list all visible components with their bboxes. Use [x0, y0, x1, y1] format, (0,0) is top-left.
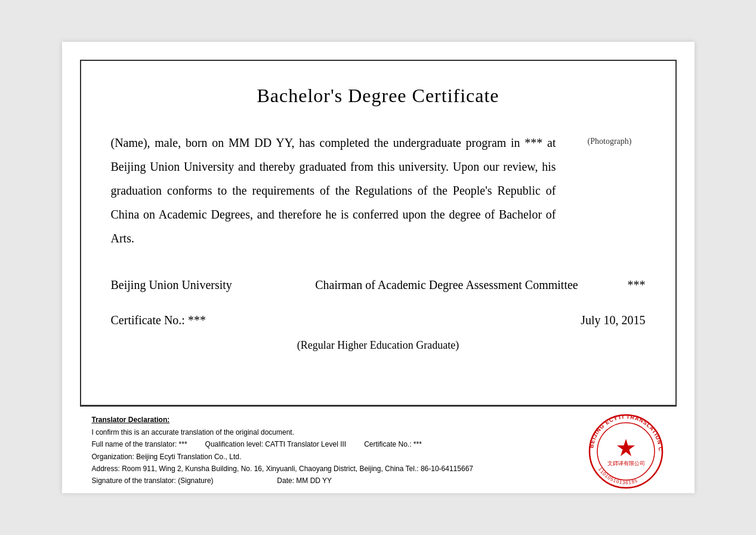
- translator-name: Full name of the translator: ***: [92, 440, 187, 448]
- translator-declaration-title: Translator Declaration:: [92, 416, 170, 424]
- translator-qualification: Qualification level: CATTI Translator Le…: [205, 440, 347, 448]
- certificate-body-text: (Name), male, born on MM DD YY, has comp…: [111, 131, 574, 250]
- translator-declaration-content: Translator Declaration: I confirm this i…: [92, 414, 665, 487]
- translator-date: Date: MM DD YY: [277, 476, 332, 485]
- svg-text:11010510136185: 11010510136185: [597, 466, 638, 485]
- education-type-note: (Regular Higher Education Graduate): [111, 339, 646, 352]
- certificate-container: Bachelor's Degree Certificate (Name), ma…: [80, 60, 677, 406]
- svg-text:文鐸译有限公司: 文鐸译有限公司: [607, 460, 644, 466]
- translator-declaration-section: Translator Declaration: I confirm this i…: [80, 406, 677, 493]
- official-stamp: BEIJING ECYTI TRANSLATION CO., LTD. 1101…: [587, 413, 665, 490]
- svg-marker-2: [617, 439, 635, 456]
- translator-confirm-line: I confirm this is an accurate translatio…: [92, 428, 295, 436]
- issue-date: July 10, 2015: [581, 313, 645, 327]
- cert-no-label: Certificate No.:: [111, 313, 185, 327]
- certificate-body: (Name), male, born on MM DD YY, has comp…: [111, 131, 646, 250]
- document-page: Bachelor's Degree Certificate (Name), ma…: [62, 42, 695, 493]
- certificate-signatories: Beijing Union University Chairman of Aca…: [111, 274, 646, 296]
- certificate-number: Certificate No.: ***: [111, 313, 206, 327]
- chairman-signature: ***: [628, 278, 646, 292]
- translator-signature: Signature of the translator: (Signature): [92, 476, 214, 485]
- certificate-footer-row: Certificate No.: *** July 10, 2015: [111, 313, 646, 327]
- translator-org: Organization: Beijing Ecyti Translation …: [92, 453, 242, 461]
- chairman-section: Chairman of Academic Degree Assessment C…: [278, 274, 646, 296]
- translator-cert-no: Certificate No.: ***: [364, 440, 422, 448]
- photograph-placeholder: (Photograph): [574, 131, 646, 146]
- chairman-label: Chairman of Academic Degree Assessment C…: [278, 274, 616, 296]
- translator-address: Address: Room 911, Wing 2, Kunsha Buildi…: [92, 465, 473, 473]
- institution-name: Beijing Union University: [111, 278, 278, 292]
- certificate-title: Bachelor's Degree Certificate: [111, 85, 646, 107]
- cert-no-value: ***: [188, 313, 206, 327]
